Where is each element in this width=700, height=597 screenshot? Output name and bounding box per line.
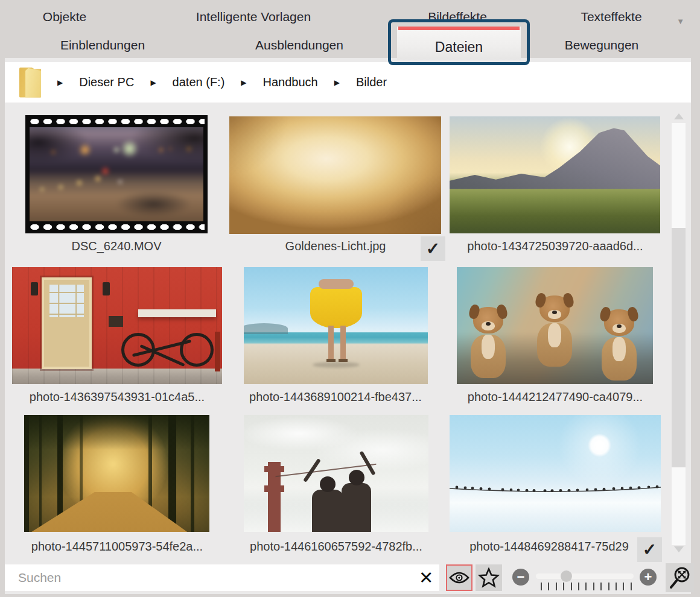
tab-dateien-highlight-box: Dateien xyxy=(388,19,530,65)
filmstrip-perforations xyxy=(28,118,205,125)
tab-intelligente-vorlagen[interactable]: Intelligente Vorlagen xyxy=(196,10,311,24)
slider-tick-marks xyxy=(541,583,632,590)
door xyxy=(42,277,92,368)
file-thumbnail-dsc-6240[interactable] xyxy=(25,115,208,233)
scrollbar-thumb[interactable] xyxy=(672,228,686,467)
file-label: DSC_6240.MOV xyxy=(8,239,225,253)
figure-leg xyxy=(340,326,346,359)
tab-texteffekte[interactable]: Texteffekte xyxy=(581,10,641,24)
scrollbar-down-arrow-icon[interactable] xyxy=(674,546,684,552)
file-thumbnail-puppies[interactable] xyxy=(457,267,653,384)
zoom-fit-button[interactable] xyxy=(666,563,694,592)
file-label: photo-1446160657592-4782fb... xyxy=(228,540,445,554)
selected-check-badge: ✓ xyxy=(637,537,662,562)
person-silhouette xyxy=(312,490,343,532)
file-label: photo-1444212477490-ca4079... xyxy=(447,390,664,404)
tab-bewegungen[interactable]: Bewegungen xyxy=(565,38,639,52)
clear-search-icon[interactable]: ✕ xyxy=(419,567,433,588)
file-label: photo-1448469288417-75d29 xyxy=(441,540,658,554)
tab-objekte[interactable]: Objekte xyxy=(43,10,86,24)
bicycle-wheel xyxy=(121,333,155,367)
pipe xyxy=(215,332,220,371)
file-thumbnail-birds-on-wire[interactable] xyxy=(450,415,661,532)
tab-einblendungen[interactable]: Einblendungen xyxy=(60,38,145,52)
breadcrumb-item-dieser-pc[interactable]: Dieser PC xyxy=(79,75,134,89)
puppy xyxy=(535,295,574,367)
figure-leg xyxy=(328,326,334,359)
file-label: photo-1445711005973-54fe2a... xyxy=(8,540,226,554)
breadcrumb: ▶ Dieser PC ▶ daten (F:) ▶ Handbuch ▶ Bi… xyxy=(5,62,691,103)
star-icon xyxy=(478,567,500,588)
bridge-tower xyxy=(268,462,281,532)
file-thumbnail-forest[interactable] xyxy=(24,415,209,532)
person-silhouette xyxy=(342,483,371,532)
file-thumbnail-beach[interactable] xyxy=(244,267,428,384)
favorites-filter-button[interactable] xyxy=(476,564,502,591)
chevron-right-icon: ▶ xyxy=(334,78,340,87)
puppy xyxy=(469,307,508,378)
thumbnail-size-slider-track[interactable] xyxy=(536,573,634,579)
selected-check-badge: ✓ xyxy=(421,236,445,261)
magnifier-expand-icon xyxy=(669,566,692,590)
eye-filter-button[interactable] xyxy=(446,564,472,591)
puppy xyxy=(600,309,638,381)
wall-lamp xyxy=(103,282,110,295)
breadcrumb-item-bilder[interactable]: Bilder xyxy=(356,75,387,89)
yellow-dress-figure xyxy=(310,287,362,328)
birds-on-wire-graphic xyxy=(450,415,661,532)
white-plank xyxy=(138,309,216,318)
scrollbar-up-arrow-icon[interactable] xyxy=(674,113,684,119)
file-label: photo-1434725039720-aaad6d... xyxy=(447,239,664,253)
wall-lamp xyxy=(31,282,38,295)
file-thumbnail-golden-gate[interactable] xyxy=(244,415,428,532)
folder-icon[interactable] xyxy=(19,68,41,98)
tab-dateien[interactable]: Dateien xyxy=(397,27,521,60)
distant-hill xyxy=(244,323,288,333)
zoom-out-button[interactable]: − xyxy=(512,569,529,586)
video-preview xyxy=(30,127,203,221)
thumbnail-size-slider-handle[interactable] xyxy=(561,570,572,582)
search-input[interactable] xyxy=(5,564,439,591)
file-thumbnail-mountain[interactable] xyxy=(450,116,660,233)
tab-dateien-label: Dateien xyxy=(397,35,521,60)
figure-shadow xyxy=(313,362,360,368)
file-browser-panel: Objekte Intelligente Vorlagen Bildeffekt… xyxy=(0,0,700,597)
tab-ausblendungen[interactable]: Ausblendungen xyxy=(255,38,343,52)
eye-icon xyxy=(449,571,469,584)
filmstrip-perforations xyxy=(28,223,205,231)
bicycle-wheel xyxy=(180,333,214,367)
chevron-right-icon: ▶ xyxy=(150,78,156,87)
file-label: Goldenes-Licht.jpg xyxy=(227,239,444,253)
chevron-right-icon: ▶ xyxy=(57,78,63,87)
zoom-in-button[interactable]: + xyxy=(640,569,657,586)
chevron-right-icon: ▶ xyxy=(241,78,246,87)
file-label: photo-1443689100214-fbe437... xyxy=(227,390,444,404)
breadcrumb-item-handbuch[interactable]: Handbuch xyxy=(263,75,318,89)
file-thumbnail-red-wall[interactable] xyxy=(12,267,222,384)
file-label: photo-1436397543931-01c4a5... xyxy=(8,390,226,404)
active-tab-accent-bar xyxy=(398,27,520,30)
breadcrumb-item-daten-f[interactable]: daten (F:) xyxy=(173,75,225,89)
mailbox xyxy=(109,316,123,326)
chevron-down-icon[interactable]: ▼ xyxy=(676,17,684,26)
file-thumbnail-goldenes-licht[interactable] xyxy=(229,116,441,234)
